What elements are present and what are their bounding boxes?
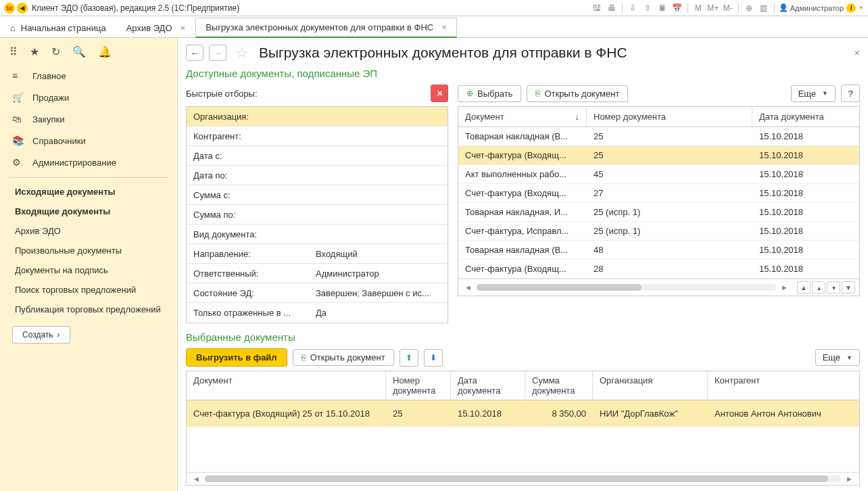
table-row[interactable]: Счет-фактура (Входящ...2515.10.2018	[458, 146, 859, 165]
col-document[interactable]: Документ↓	[458, 107, 587, 126]
filter-row[interactable]: Сумма с:	[187, 185, 448, 205]
col-org[interactable]: Организация	[593, 371, 708, 400]
scroll-right-icon[interactable]: ►	[844, 475, 855, 483]
filter-row[interactable]: Контрагент:	[187, 126, 448, 146]
scroll-right-icon[interactable]: ►	[779, 283, 790, 291]
scroll-left-icon[interactable]: ◄	[462, 283, 474, 291]
col-date[interactable]: Дата документа	[451, 371, 525, 400]
page-up-button[interactable]: ▴	[812, 281, 825, 294]
user-label[interactable]: 👤Администратор	[779, 3, 844, 12]
table-row[interactable]: Счет-фактура (Входящий) 25 от 15.10.2018…	[187, 400, 859, 427]
available-section-title: Доступные документы, подписанные ЭП	[186, 68, 860, 79]
sidebar-item-purchases[interactable]: 🛍Закупки	[0, 108, 177, 130]
more-button[interactable]: Еще▼	[791, 85, 836, 102]
clear-filters-button[interactable]: ✕	[431, 85, 448, 102]
table-row[interactable]: Товарная накладная (В...4815.10.2018	[458, 241, 859, 260]
favorite-star-icon[interactable]: ☆	[236, 45, 248, 61]
scroll-track[interactable]	[477, 284, 776, 291]
tab-home[interactable]: ⌂Начальная страница	[0, 18, 116, 37]
search-icon[interactable]: 🔍	[72, 45, 86, 58]
zoom-icon[interactable]: ⊕	[743, 2, 755, 14]
scroll-track[interactable]	[205, 475, 841, 482]
page-close-icon[interactable]: ×	[854, 47, 860, 58]
titlebar-back-icon[interactable]: ◄	[17, 3, 28, 14]
col-date[interactable]: Дата документа	[752, 107, 859, 126]
calendar-icon[interactable]: 📅	[671, 2, 683, 14]
filter-row[interactable]: Дата с:	[187, 146, 448, 166]
col-sum[interactable]: Сумма документа	[525, 371, 593, 400]
filter-row[interactable]: Направление:Входящий	[187, 244, 448, 264]
scroll-thumb[interactable]	[205, 475, 828, 482]
sidebar-link-tradepub[interactable]: Публикация торговых предложений	[0, 300, 177, 319]
download-icon[interactable]: ⇩	[627, 2, 639, 14]
upload-icon[interactable]: ⇧	[642, 2, 654, 14]
col-contr[interactable]: Контрагент	[708, 371, 859, 400]
select-button[interactable]: ⊕Выбрать	[458, 85, 521, 102]
scroll-left-icon[interactable]: ◄	[191, 475, 202, 483]
tab-export[interactable]: Выгрузка электронных документов для отпр…	[195, 18, 457, 38]
app-logo-icon: 1c	[4, 3, 15, 14]
dropdown-icon[interactable]: ▼	[859, 5, 864, 11]
page-last-button[interactable]: ▼	[842, 281, 855, 294]
sidebar-link-outgoing[interactable]: Исходящие документы	[0, 182, 177, 202]
sidebar-link-incoming[interactable]: Входящие документы	[0, 202, 177, 221]
sidebar-item-main[interactable]: ≡Главное	[0, 65, 177, 87]
create-button[interactable]: Создать›	[12, 326, 70, 344]
sidebar-item-admin[interactable]: ⚙Администрирование	[0, 151, 177, 173]
page-first-button[interactable]: ▲	[797, 281, 811, 294]
sidebar-link-tosign[interactable]: Документы на подпись	[0, 260, 177, 280]
history-icon[interactable]: ↻	[51, 45, 60, 58]
table-row[interactable]: Счет-фактура (Входящ...2715.10.2018	[458, 184, 859, 203]
tab-archive[interactable]: Архив ЭДО×	[116, 18, 195, 37]
table-row[interactable]: Товарная накладная, И...25 (испр. 1)15.1…	[458, 203, 859, 222]
memory-mplus-icon[interactable]: M+	[707, 2, 719, 14]
save-icon[interactable]: 🖫	[591, 2, 603, 14]
table-row[interactable]: Счет-фактура, Исправл...25 (испр. 1)15.1…	[458, 222, 859, 241]
calculator-icon[interactable]: 🖩	[656, 2, 669, 14]
memory-mminus-icon[interactable]: M-	[722, 2, 734, 14]
filter-row[interactable]: Только отраженные в ...Да	[187, 303, 448, 323]
bell-icon[interactable]: 🔔	[98, 45, 112, 58]
filter-label: Организация:	[187, 112, 312, 122]
table-row[interactable]: Счет-фактура (Входящ...2815.10.2018	[458, 260, 859, 279]
nav-forward-button[interactable]: →	[209, 45, 226, 61]
filter-row[interactable]: Ответственный:Администратор	[187, 264, 448, 283]
table-row[interactable]: Товарная накладная (В...2515.10.2018	[458, 127, 859, 146]
favorite-icon[interactable]: ★	[30, 45, 39, 58]
move-down-button[interactable]: ⬇	[424, 349, 443, 367]
sidebar-link-tradesearch[interactable]: Поиск торговых предложений	[0, 280, 177, 300]
print-icon[interactable]: 🖶	[606, 2, 618, 14]
user-icon: 👤	[779, 3, 788, 12]
page-down-button[interactable]: ▾	[827, 281, 840, 294]
help-button[interactable]: ?	[841, 85, 860, 102]
nav-back-button[interactable]: ←	[186, 45, 203, 61]
windows-icon[interactable]: ▥	[758, 2, 770, 14]
col-document[interactable]: Документ	[187, 371, 386, 400]
sidebar-link-arbitrary[interactable]: Произвольные документы	[0, 241, 177, 260]
open-document-button[interactable]: ⎘Открыть документ	[293, 349, 394, 366]
filter-row[interactable]: Вид документа:	[187, 225, 448, 244]
filter-row[interactable]: Состояние ЭД:Завершен; Завершен с ис...	[187, 283, 448, 303]
filter-row[interactable]: Сумма по:	[187, 205, 448, 225]
sidebar-item-sales[interactable]: 🛒Продажи	[0, 87, 177, 108]
fast-filters-label: Быстрые отборы:	[186, 89, 258, 99]
close-icon[interactable]: ×	[441, 22, 447, 32]
filter-grid: Организация:Контрагент:Дата с:Дата по:Су…	[186, 106, 448, 323]
scroll-thumb[interactable]	[477, 284, 642, 291]
col-number[interactable]: Номер документа	[587, 107, 752, 126]
filter-row[interactable]: Дата по:	[187, 166, 448, 185]
more-button[interactable]: Еще▼	[815, 349, 860, 366]
sidebar-link-archive[interactable]: Архив ЭДО	[0, 221, 177, 241]
close-icon[interactable]: ×	[180, 23, 186, 33]
filter-row[interactable]: Организация:	[187, 107, 448, 126]
open-document-button[interactable]: ⎘Открыть документ	[527, 85, 628, 102]
col-number[interactable]: Номер документа	[386, 371, 451, 400]
memory-m-icon[interactable]: M	[692, 2, 704, 14]
export-button[interactable]: Выгрузить в файл	[186, 348, 287, 367]
sidebar-item-refs[interactable]: 📚Справочники	[0, 130, 177, 151]
apps-icon[interactable]: ⠿	[9, 45, 18, 58]
selected-toolbar: Выгрузить в файл ⎘Открыть документ ⬆ ⬇ Е…	[186, 348, 860, 367]
info-icon[interactable]: i	[846, 3, 856, 13]
move-up-button[interactable]: ⬆	[400, 349, 418, 367]
table-row[interactable]: Акт выполненных рабо...4515.10.2018	[458, 165, 859, 184]
